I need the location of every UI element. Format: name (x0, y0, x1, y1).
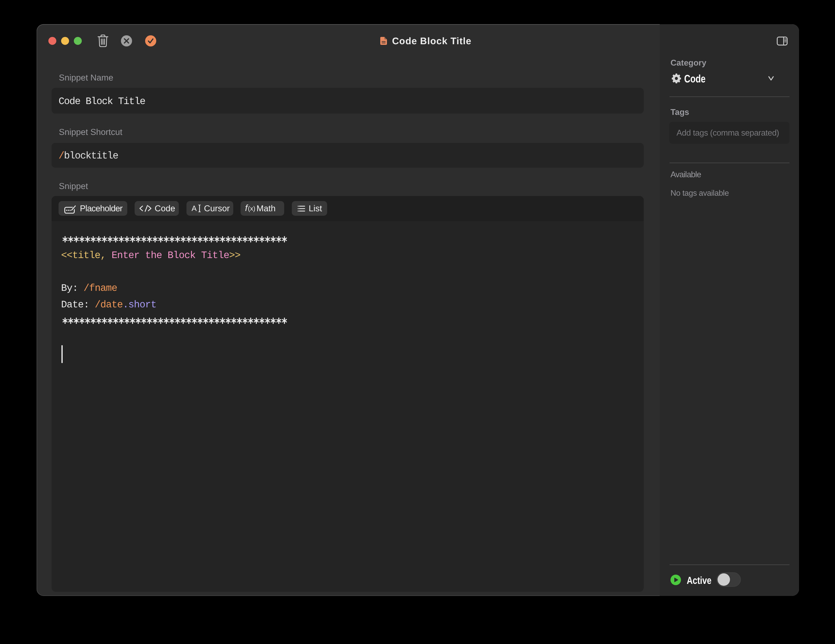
svg-text:A: A (192, 204, 197, 213)
svg-text:(x): (x) (248, 205, 255, 212)
